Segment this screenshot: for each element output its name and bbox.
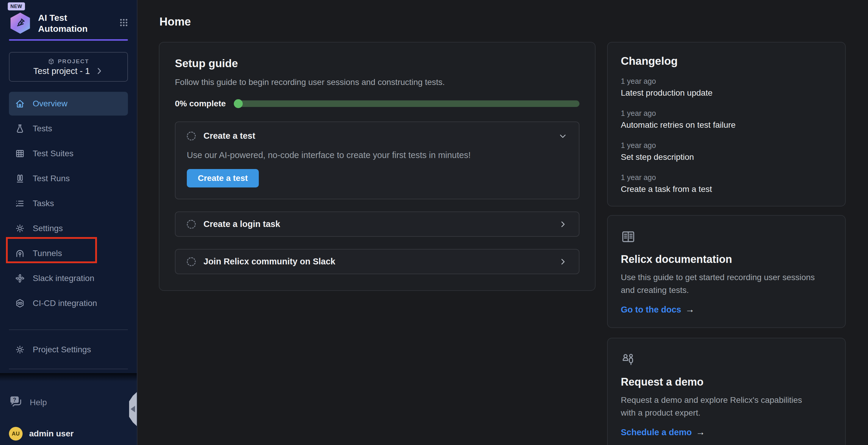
sidebar-item-label: Tunnels [33,249,62,258]
people-icon [621,352,636,367]
book-icon [621,229,636,244]
accent-divider [9,39,128,41]
sidebar-item-label: Slack integration [33,274,94,283]
link-label[interactable]: Schedule a demo [621,427,692,437]
user-name: admin user [29,429,73,439]
request-demo-card: Request a demo Request a demo and explor… [607,338,846,445]
help-label: Help [30,398,47,407]
test-runs-icon [15,173,25,183]
page-title: Home [159,15,846,28]
setup-step-create-login-task[interactable]: Create a login task [175,211,580,237]
schedule-demo-link[interactable]: Schedule a demo → [621,427,832,438]
new-badge: NEW [8,2,25,10]
project-label: PROJECT [58,58,89,65]
sidebar-item-label: Test Runs [33,174,70,183]
setup-step-create-a-test: Create a test Use our AI-powered, no-cod… [175,122,580,199]
sidebar-item-slack-integration[interactable]: Slack integration [9,267,128,290]
sidebar-item-test-suites[interactable]: Test Suites [9,142,128,166]
setup-progress: 0% complete [175,99,580,108]
chevron-right-icon [558,257,567,267]
tasks-icon [15,199,25,209]
changelog-time: 1 year ago [621,173,832,182]
setup-step-join-slack-community[interactable]: Join Relicx community on Slack [175,249,580,274]
svg-text:?: ? [13,397,16,403]
create-a-test-button[interactable]: Create a test [187,169,259,187]
collapse-arrow-icon [131,406,135,412]
app-title: AI Test Automation [38,12,100,34]
chevron-down-icon [558,131,567,141]
changelog-time: 1 year ago [621,141,832,150]
progress-indicator-dot [234,99,243,108]
documentation-description: Use this guide to get started recording … [621,271,817,297]
incomplete-step-icon [187,257,196,266]
sidebar-item-label: Test Suites [33,149,73,158]
app-switcher-grid-icon[interactable] [119,18,128,29]
step-header-create-a-test[interactable]: Create a test [187,131,567,141]
cube-icon [48,58,55,65]
sidebar-item-label: Overview [33,99,67,108]
project-selector[interactable]: PROJECT Test project - 1 [9,52,128,82]
arrow-right-icon: → [696,427,705,438]
sidebar-divider [9,369,128,369]
main-content: Home Setup guide Follow this guide to be… [137,0,868,445]
link-label[interactable]: Go to the docs [621,305,681,315]
changelog-entry-title: Automatic retries on test failure [621,120,832,130]
right-panel: Changelog 1 year ago Latest production u… [607,42,846,445]
cicd-icon [15,298,25,308]
slack-icon [15,273,25,283]
sidebar-item-test-runs[interactable]: Test Runs [9,167,128,191]
sidebar-item-label: Settings [33,224,63,233]
sidebar-item-label: Tasks [33,199,54,208]
setup-guide-description: Follow this guide to begin recording use… [175,77,580,87]
demo-title: Request a demo [621,376,832,388]
changelog-entry: 1 year ago Latest production update [621,77,832,98]
help-chat-icon: ? [9,395,23,410]
setup-guide-card: Setup guide Follow this guide to begin r… [159,42,595,291]
changelog-title: Changelog [621,55,832,67]
chevron-right-icon [95,67,103,75]
scroll-shadow [0,373,137,381]
incomplete-step-icon [187,220,196,229]
sidebar-item-tests[interactable]: Tests [9,117,128,140]
table-icon [15,148,25,159]
changelog-entry-title: Latest production update [621,88,832,98]
sidebar-nav: Overview Tests Test Suites [9,92,128,316]
changelog-entry: 1 year ago Automatic retries on test fai… [621,109,832,130]
step-title: Create a login task [204,219,280,229]
sidebar-item-settings[interactable]: Settings [9,216,128,240]
home-icon [15,99,25,109]
changelog-entry: 1 year ago Set step description [621,141,832,162]
gear-icon [15,345,25,355]
sidebar-item-project-settings[interactable]: Project Settings [9,338,128,362]
project-name: Test project - 1 [33,66,90,76]
sidebar-item-cicd-integration[interactable]: CI-CD integration [9,292,128,315]
app-header: AI Test Automation [9,12,128,34]
tunnel-icon [15,248,25,259]
changelog-time: 1 year ago [621,77,832,85]
help-button[interactable]: ? Help [9,395,128,410]
sidebar-item-tunnels[interactable]: Tunnels [9,241,128,265]
step-title: Join Relicx community on Slack [204,256,335,267]
changelog-time: 1 year ago [621,109,832,117]
changelog-card: Changelog 1 year ago Latest production u… [607,42,846,206]
user-menu[interactable]: AU admin user [9,427,128,441]
demo-description: Request a demo and explore Relicx's capa… [621,393,817,419]
sidebar-item-label: Tests [33,124,52,133]
sidebar-footer: ? Help AU admin user [0,381,137,445]
step-description: Use our AI-powered, no-code interface to… [187,150,567,160]
sidebar-item-label: CI-CD integration [33,299,97,308]
changelog-entry-title: Set step description [621,152,832,162]
sidebar: NEW AI Test Automation [0,0,137,445]
chevron-right-icon [558,219,567,229]
flask-icon [15,124,25,134]
changelog-entry-title: Create a task from a test [621,184,832,194]
go-to-docs-link[interactable]: Go to the docs → [621,304,832,315]
sidebar-item-label: Project Settings [33,345,91,354]
sidebar-item-tasks[interactable]: Tasks [9,192,128,215]
arrow-right-icon: → [685,304,694,315]
sidebar-item-overview[interactable]: Overview [9,92,128,115]
progress-label: 0% complete [175,99,226,108]
sidebar-divider [9,330,128,330]
incomplete-step-icon [187,132,196,140]
step-title: Create a test [204,131,255,141]
